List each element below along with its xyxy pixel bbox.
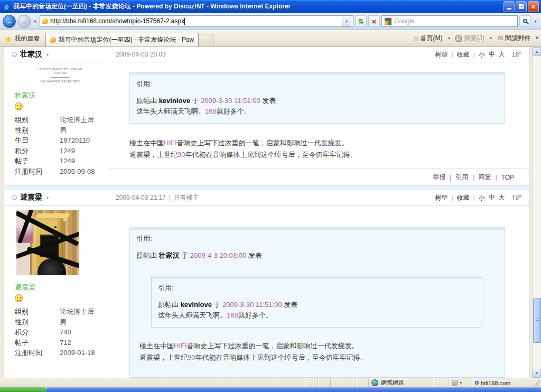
address-dropdown-icon[interactable]: ▼ (342, 16, 351, 26)
separator: | (473, 194, 475, 201)
zoom-control[interactable]: hifi168.com (472, 378, 534, 387)
protection-cell[interactable]: ▼ (449, 378, 472, 387)
profile-label: 帖子 (15, 338, 60, 348)
font-large-link[interactable]: 大 (499, 193, 505, 202)
search-input[interactable]: Google (381, 15, 518, 27)
bookmark-link[interactable]: 收藏 (457, 50, 470, 59)
post-text-line: 避震梁，上世纪90年代初在音响媒体上见到这个绰号后，至今仍牢牢记得。 (129, 149, 505, 161)
status-cell (343, 378, 356, 387)
vertical-scrollbar[interactable]: ▲ ▼ (532, 47, 541, 378)
tree-view-link[interactable]: 树型 (435, 193, 447, 202)
profile-row: 性别男 (15, 125, 108, 136)
mood-smiley-icon (15, 102, 23, 110)
signature-name: 壮家汉 (15, 91, 108, 100)
separator: | (495, 174, 497, 181)
status-cell (331, 378, 343, 387)
post-number: 19# (512, 193, 521, 202)
scroll-up-button[interactable]: ▲ (533, 47, 541, 56)
start-button[interactable] (0, 387, 46, 392)
post-body: 引用: 原帖由 kevinlove 于 2009-3-30 11:51:00 发… (108, 62, 529, 162)
forward-button[interactable]: → (17, 15, 31, 28)
quote-block: 引用: 原帖由 kevinlove 于 2009-3-30 11:51:00 发… (129, 72, 505, 124)
top-link[interactable]: TOP (501, 174, 514, 181)
new-tab-button[interactable] (200, 34, 213, 46)
author-header: 避震梁 ▼ (4, 190, 108, 206)
author-menu-icon[interactable]: ▼ (45, 52, 50, 57)
search-options-dropdown-icon[interactable]: ▼ (533, 20, 538, 23)
refresh-button[interactable]: ⇅ (355, 15, 367, 27)
titlebar: e 我耳中的音场定位(一至四) - 非常发烧论坛 - Powered by Di… (0, 0, 541, 13)
post-date: 2009-04-03 20:03 (116, 51, 166, 58)
address-bar[interactable]: http://bbs.hifi168.com/showtopic-157567-… (40, 15, 353, 27)
close-icon: × (531, 3, 535, 11)
font-small-link[interactable]: 小 (479, 193, 485, 202)
zoom-label: hifi168.com (481, 380, 510, 386)
post-divider (4, 185, 529, 190)
toolbar-overflow-icon[interactable]: » (535, 34, 539, 41)
text-caret (184, 18, 185, 25)
font-small-link[interactable]: 小 (479, 50, 485, 59)
restore-button[interactable] (516, 1, 527, 12)
favorites-button[interactable]: ★ 我的最愛 (2, 32, 45, 46)
tab-active[interactable]: 我耳中的音场定位(一至四) - 非常发烧论坛 - Powe... (45, 33, 199, 46)
command-bar: ⌂ 首頁(M) ▼ 摘要(J) ▼ ✉ 閱讀郵件 » (411, 33, 539, 46)
search-placeholder: Google (394, 17, 415, 25)
profile-row: 注册时间2005-09-08 (15, 166, 108, 177)
ie-logo-icon: e (2, 2, 11, 11)
profile-value: 2009-01-18 (60, 348, 95, 358)
report-link[interactable]: 举报 (433, 173, 445, 182)
feeds-dropdown-icon[interactable]: ▼ (489, 36, 492, 40)
reply-link[interactable]: 回复 (478, 173, 491, 182)
font-medium-link[interactable]: 中 (489, 50, 495, 59)
profile-value: 男 (60, 317, 67, 328)
stop-button[interactable]: × (368, 15, 380, 27)
resize-grip[interactable] (534, 378, 541, 387)
profile-row: 注册时间2009-01-18 (15, 348, 108, 358)
close-button[interactable]: × (528, 1, 539, 12)
tree-view-link[interactable]: 树型 (435, 50, 447, 59)
mail-icon: ✉ (497, 34, 503, 42)
profile-label: 性别 (15, 317, 60, 328)
profile-label: 注册时间 (15, 348, 60, 358)
scroll-down-button[interactable]: ▼ (533, 369, 541, 378)
tab-bar: ★ 我的最愛 我耳中的音场定位(一至四) - 非常发烧论坛 - Powe... … (0, 30, 541, 47)
search-icon (523, 19, 527, 23)
search-go-button[interactable] (519, 15, 531, 27)
forum-post-18: 壮家汉 ▼ I DON'T WANT TO USE AN AVATAR NO A… (4, 47, 529, 185)
read-mail-button[interactable]: ✉ 閱讀郵件 (495, 33, 533, 44)
online-status-icon (12, 52, 17, 57)
author-name[interactable]: 壮家汉 (20, 50, 42, 59)
profile-label: 生日 (15, 135, 60, 146)
scrollbar-track[interactable] (533, 56, 541, 369)
view-author-only-link[interactable]: 只看楼主 (174, 193, 199, 202)
history-dropdown-icon[interactable]: ▼ (32, 20, 38, 23)
feeds-button[interactable]: 摘要(J) (453, 33, 487, 44)
quote-link[interactable]: 引用 (455, 173, 468, 182)
globe-icon (371, 379, 378, 386)
bookmark-link[interactable]: 收藏 (457, 193, 470, 202)
back-button[interactable]: ← (3, 15, 16, 28)
minimize-button[interactable] (503, 1, 515, 12)
status-cell (305, 378, 318, 387)
profile-row: 积分740 (15, 327, 108, 338)
post-header: 2009-04-03 21:17 | 只看楼主 树型 | 收藏 | 小 中 大 … (108, 190, 529, 206)
home-label: 首頁(M) (421, 34, 443, 43)
home-dropdown-icon[interactable]: ▼ (447, 36, 451, 40)
status-bar: 網際網路 ▼ hifi168.com (0, 378, 541, 387)
separator: | (473, 51, 475, 58)
home-button[interactable]: ⌂ 首頁(M) (411, 33, 445, 44)
quote-block-outer: 引用: 原帖由 壮家汉 于 2009-4-3 20:03:00 发表 引用: 原… (129, 227, 505, 378)
profile-value: 论坛博士后 (60, 115, 94, 125)
online-status-icon (12, 195, 17, 200)
font-large-link[interactable]: 大 (499, 50, 505, 59)
profile-row: 性别男 (15, 317, 108, 328)
author-menu-icon[interactable]: ▼ (45, 195, 50, 200)
post-content-panel: 2009-04-03 21:17 | 只看楼主 树型 | 收藏 | 小 中 大 … (108, 190, 529, 378)
profile-value: 2005-09-08 (60, 166, 95, 177)
separator: | (451, 194, 453, 201)
scrollbar-thumb[interactable] (533, 298, 541, 343)
author-header: 壮家汉 ▼ (4, 47, 108, 62)
font-medium-link[interactable]: 中 (489, 193, 495, 202)
star-icon: ★ (5, 35, 12, 43)
author-name[interactable]: 避震梁 (20, 193, 42, 202)
